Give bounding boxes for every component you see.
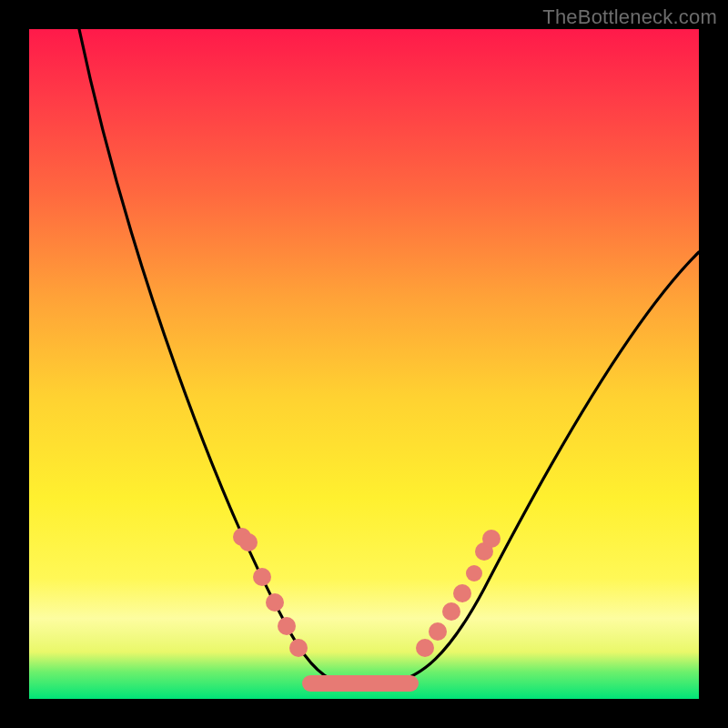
svg-point-10 <box>466 565 482 581</box>
svg-point-9 <box>453 584 471 602</box>
svg-point-8 <box>442 602 460 621</box>
plot-area <box>29 29 699 699</box>
svg-point-5 <box>289 639 308 657</box>
svg-point-6 <box>416 639 434 657</box>
right-dot-cluster <box>416 530 500 657</box>
svg-point-4 <box>278 617 296 635</box>
curve-min-band <box>302 675 419 692</box>
bottleneck-curve <box>29 29 699 699</box>
svg-point-7 <box>429 622 447 641</box>
watermark-text: TheBottleneck.com <box>542 5 717 29</box>
svg-point-12 <box>482 530 500 548</box>
svg-point-3 <box>266 593 284 612</box>
chart-frame: TheBottleneck.com <box>0 0 728 728</box>
svg-point-2 <box>253 568 271 586</box>
curve-path <box>79 29 699 682</box>
svg-point-1 <box>239 533 258 551</box>
